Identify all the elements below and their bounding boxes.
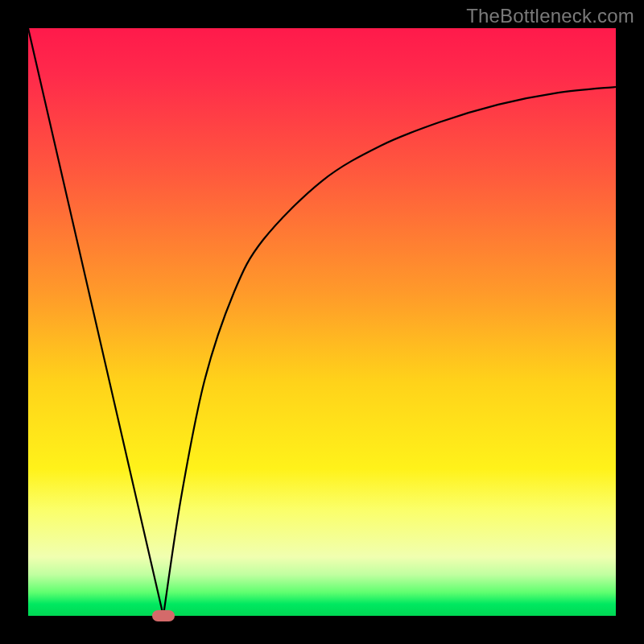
chart-frame: TheBottleneck.com xyxy=(0,0,644,644)
curve-svg xyxy=(28,28,616,616)
curve-right-branch xyxy=(163,87,616,616)
minimum-marker xyxy=(152,610,175,621)
watermark-text: TheBottleneck.com xyxy=(466,5,634,27)
curve-left-branch xyxy=(28,28,163,616)
plot-area xyxy=(28,28,616,616)
